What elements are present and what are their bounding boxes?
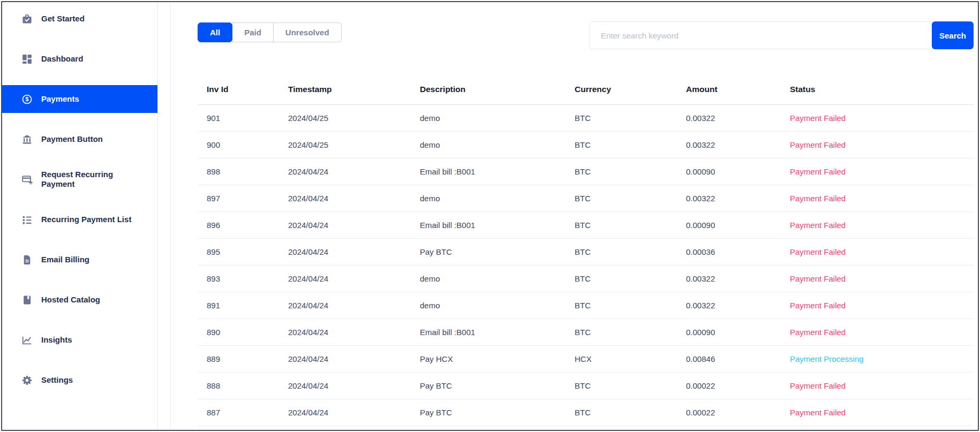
sidebar-item-email-billing[interactable]: Email Billing: [2, 246, 157, 274]
cell-status: Payment Failed: [781, 292, 974, 319]
cell-status: Payment Failed: [781, 158, 974, 185]
cell-description: demo: [411, 185, 566, 211]
cell-status: Payment Failed: [781, 185, 974, 211]
table-row[interactable]: 891 2024/04/24 demo BTC 0.00322 Payment …: [198, 292, 974, 319]
cell-inv-id: 890: [198, 319, 279, 345]
sidebar-item-recurring-payment-list[interactable]: Recurring Payment List: [2, 206, 157, 233]
cell-currency: HCX: [566, 345, 677, 372]
sidebar-item-hosted-catalog[interactable]: Hosted Catalog: [2, 286, 157, 314]
sidebar-gutter: [158, 2, 171, 430]
main-content: All Paid Unresolved Search Inv Id Timest…: [171, 2, 978, 430]
cell-description: demo: [411, 265, 566, 292]
cell-inv-id: 900: [198, 131, 279, 158]
table-header-row: Inv Id Timestamp Description Currency Am…: [198, 75, 974, 104]
cell-timestamp: 2024/04/24: [279, 399, 411, 426]
cell-inv-id: 901: [198, 104, 279, 131]
cell-currency: BTC: [566, 158, 677, 185]
table-row[interactable]: 893 2024/04/24 demo BTC 0.00322 Payment …: [198, 265, 974, 292]
document-icon: [21, 254, 33, 266]
bank-icon: [21, 134, 33, 145]
table-row[interactable]: 890 2024/04/24 Email bill :B001 BTC 0.00…: [198, 319, 974, 345]
cell-inv-id: 888: [198, 372, 279, 399]
cell-timestamp: 2024/04/24: [279, 238, 411, 265]
cell-timestamp: 2024/04/24: [279, 211, 411, 238]
sidebar-item-insights[interactable]: Insights: [2, 326, 157, 354]
sidebar-item-label: Insights: [41, 335, 72, 345]
cell-timestamp: 2024/04/24: [279, 265, 411, 292]
cell-currency: BTC: [566, 372, 677, 399]
table-row[interactable]: 897 2024/04/24 demo BTC 0.00322 Payment …: [198, 185, 974, 211]
svg-text:$: $: [26, 96, 29, 102]
table-row[interactable]: 898 2024/04/24 Email bill :B001 BTC 0.00…: [198, 158, 974, 185]
cell-description: demo: [411, 131, 566, 158]
table-row[interactable]: 889 2024/04/24 Pay HCX HCX 0.00846 Payme…: [198, 345, 974, 372]
sidebar-item-payment-button[interactable]: Payment Button: [2, 125, 157, 153]
cell-inv-id: 891: [198, 292, 279, 319]
sidebar: Get Started Dashboard $ Payments Payment…: [2, 2, 158, 430]
cell-status: Payment Failed: [781, 238, 974, 265]
cell-inv-id: 896: [198, 211, 279, 238]
tab-paid[interactable]: Paid: [232, 22, 274, 42]
app-window: Get Started Dashboard $ Payments Payment…: [1, 1, 979, 431]
search-input[interactable]: [590, 21, 933, 49]
cell-description: Email bill :B001: [411, 319, 566, 345]
cell-timestamp: 2024/04/24: [279, 372, 411, 399]
table-row[interactable]: 900 2024/04/25 demo BTC 0.00322 Payment …: [198, 131, 974, 158]
cell-amount: 0.00090: [677, 211, 781, 238]
cell-timestamp: 2024/04/24: [279, 292, 411, 319]
toolbar: All Paid Unresolved Search: [198, 21, 974, 49]
cell-amount: 0.00322: [677, 265, 781, 292]
sidebar-item-request-recurring-payment[interactable]: Request Recurring Payment: [2, 165, 157, 193]
column-header-amount: Amount: [677, 75, 781, 104]
cell-timestamp: 2024/04/25: [279, 131, 411, 158]
column-header-inv-id: Inv Id: [198, 75, 279, 104]
cell-currency: BTC: [566, 238, 677, 265]
cell-amount: 0.00322: [677, 104, 781, 131]
column-header-description: Description: [411, 75, 566, 104]
sidebar-item-label: Payment Button: [41, 134, 103, 144]
cell-description: Pay BTC: [411, 399, 566, 426]
cell-timestamp: 2024/04/24: [279, 319, 411, 345]
briefcase-check-icon: [21, 13, 33, 25]
cell-currency: BTC: [566, 265, 677, 292]
table-row[interactable]: 895 2024/04/24 Pay BTC BTC 0.00036 Payme…: [198, 238, 974, 265]
cell-amount: 0.00090: [677, 319, 781, 345]
table-row[interactable]: 888 2024/04/24 Pay BTC BTC 0.00022 Payme…: [198, 372, 974, 399]
grid-icon: [21, 54, 33, 65]
sidebar-item-label: Dashboard: [41, 54, 83, 64]
tab-unresolved[interactable]: Unresolved: [273, 22, 342, 42]
cell-inv-id: 895: [198, 238, 279, 265]
cell-timestamp: 2024/04/24: [279, 158, 411, 185]
table-row[interactable]: 896 2024/04/24 Email bill :B001 BTC 0.00…: [198, 211, 974, 238]
card-plus-icon: [21, 174, 33, 185]
cell-status: Payment Failed: [781, 319, 974, 345]
cell-status: Payment Failed: [781, 399, 974, 426]
table-row[interactable]: 901 2024/04/25 demo BTC 0.00322 Payment …: [198, 104, 974, 131]
sidebar-item-label: Get Started: [41, 14, 85, 24]
table-row[interactable]: 887 2024/04/24 Pay BTC BTC 0.00022 Payme…: [198, 399, 974, 426]
cell-status: Payment Failed: [781, 265, 974, 292]
cell-inv-id: 893: [198, 265, 279, 292]
sidebar-item-label: Hosted Catalog: [41, 295, 100, 305]
cell-amount: 0.00036: [677, 238, 781, 265]
payments-table: Inv Id Timestamp Description Currency Am…: [198, 75, 974, 426]
sidebar-item-dashboard[interactable]: Dashboard: [2, 45, 157, 73]
cell-status: Payment Failed: [781, 104, 974, 131]
cell-amount: 0.00322: [677, 292, 781, 319]
sidebar-item-get-started[interactable]: Get Started: [2, 5, 157, 33]
sidebar-item-label: Settings: [41, 375, 73, 385]
sidebar-item-payments[interactable]: $ Payments: [2, 85, 157, 113]
cell-description: Pay HCX: [411, 345, 566, 372]
cell-inv-id: 889: [198, 345, 279, 372]
column-header-currency: Currency: [566, 75, 677, 104]
cell-currency: BTC: [566, 185, 677, 211]
cell-description: Pay BTC: [411, 238, 566, 265]
cell-inv-id: 897: [198, 185, 279, 211]
search-button[interactable]: Search: [932, 21, 974, 49]
cell-description: demo: [411, 104, 566, 131]
tab-all[interactable]: All: [198, 22, 232, 42]
cell-currency: BTC: [566, 292, 677, 319]
cell-amount: 0.00322: [677, 131, 781, 158]
sidebar-item-settings[interactable]: Settings: [2, 366, 157, 394]
cell-description: Email bill :B001: [411, 211, 566, 238]
